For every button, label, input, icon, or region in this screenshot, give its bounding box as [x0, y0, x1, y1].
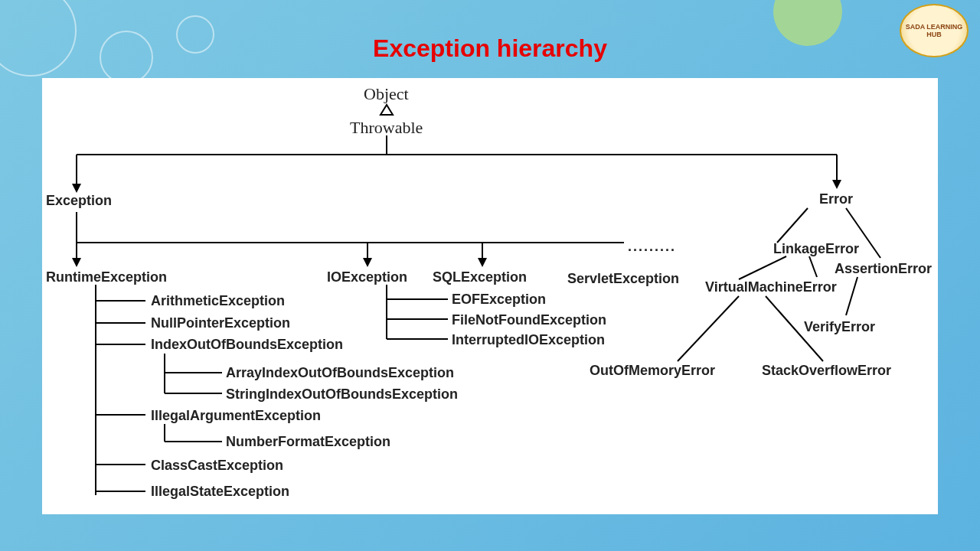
svg-line-31	[777, 208, 808, 243]
node-assertion-error: AssertionError	[835, 261, 932, 277]
svg-line-33	[739, 256, 786, 279]
node-arithmetic: ArithmeticException	[151, 293, 285, 309]
node-array-index: ArrayIndexOutOfBoundsException	[226, 365, 454, 381]
node-runtime-exception: RuntimeException	[46, 269, 167, 285]
node-exception: Exception	[46, 193, 112, 209]
node-string-index: StringIndexOutOfBoundsException	[226, 386, 458, 403]
node-error: Error	[819, 191, 853, 207]
bubble-decoration	[176, 15, 214, 54]
node-stack-overflow: StackOverflowError	[762, 363, 891, 379]
node-illegal-argument: IllegalArgumentException	[151, 408, 321, 424]
diagram-panel: Object Throwable Exception Error Runtime…	[42, 78, 938, 514]
node-servlet-exception: ServletException	[567, 271, 679, 287]
node-interrupted-io: InterruptedIOException	[452, 332, 605, 348]
node-class-cast: ClassCastException	[151, 458, 283, 474]
continuation-dots: .........	[628, 239, 676, 255]
node-object: Object	[364, 84, 409, 104]
svg-marker-12	[363, 258, 372, 267]
node-number-format: NumberFormatException	[226, 434, 390, 450]
node-eof: EOFException	[452, 292, 546, 308]
svg-marker-0	[381, 105, 393, 115]
node-illegal-state: IllegalStateException	[151, 484, 289, 500]
node-virtual-machine-error: VirtualMachineError	[705, 279, 837, 295]
node-sql-exception: SQLException	[433, 269, 527, 285]
node-out-of-memory: OutOfMemoryError	[590, 363, 715, 379]
svg-marker-4	[72, 184, 81, 193]
node-throwable: Throwable	[350, 118, 423, 138]
svg-line-35	[846, 277, 858, 315]
svg-marker-6	[832, 180, 841, 189]
node-linkage-error: LinkageError	[773, 241, 859, 257]
svg-marker-14	[478, 258, 487, 267]
svg-line-36	[678, 296, 739, 361]
node-io-exception: IOException	[327, 269, 407, 285]
bubble-decoration	[100, 31, 153, 84]
node-verify-error: VerifyError	[804, 319, 875, 335]
svg-marker-10	[72, 258, 81, 267]
node-null-pointer: NullPointerException	[151, 315, 290, 331]
node-file-not-found: FileNotFoundException	[452, 312, 606, 328]
logo-badge: SADA LEARNING HUB	[900, 4, 969, 57]
svg-line-34	[809, 256, 817, 277]
node-index-oob: IndexOutOfBoundsException	[151, 337, 343, 353]
